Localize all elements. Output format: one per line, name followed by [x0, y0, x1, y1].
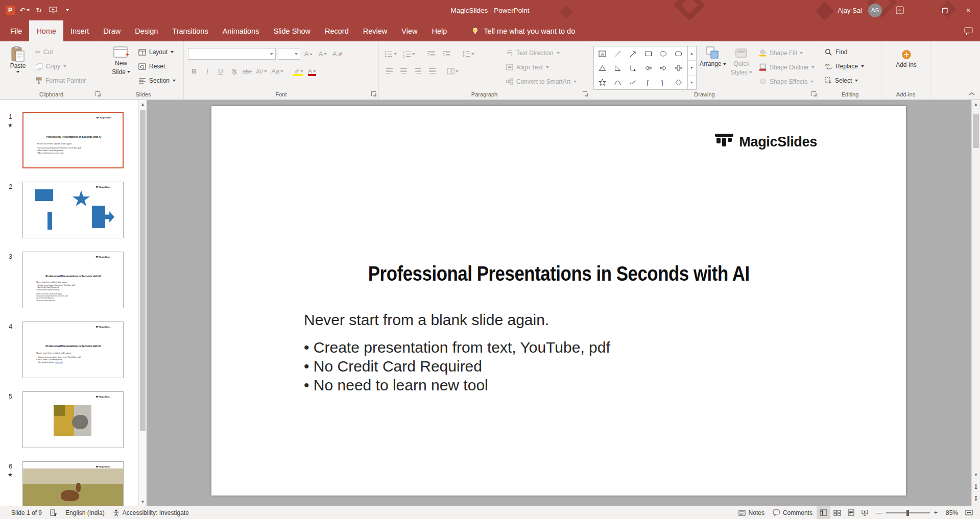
decrease-indent-button[interactable] [425, 48, 437, 60]
shape-outline-button[interactable]: Shape Outline [757, 61, 817, 73]
customize-qat-button[interactable] [61, 4, 74, 17]
text-shadow-button[interactable]: S [228, 65, 240, 77]
oval-shape[interactable] [659, 50, 667, 58]
quick-styles-button[interactable]: QuickStyles [727, 43, 756, 88]
arrange-button[interactable]: Arrange [699, 43, 727, 88]
scrollbar-thumb[interactable] [140, 110, 146, 431]
start-slideshow-button[interactable] [47, 4, 59, 17]
align-left-button[interactable] [383, 65, 395, 77]
normal-view-button[interactable] [817, 506, 830, 519]
avatar[interactable]: AS [868, 4, 882, 17]
fit-slide-to-window-button[interactable] [962, 506, 976, 519]
line-shape[interactable] [614, 50, 622, 58]
tab-file[interactable]: File [3, 20, 29, 41]
zoom-slider[interactable] [886, 512, 930, 513]
font-name-combobox[interactable] [188, 48, 276, 60]
slide-sorter-view-button[interactable] [830, 506, 844, 519]
plus-shape[interactable] [675, 64, 682, 72]
close-button[interactable]: × [957, 0, 980, 20]
scribble-shape[interactable] [629, 79, 637, 86]
justify-button[interactable] [426, 65, 438, 77]
add-ins-button[interactable]: Add-ins [892, 43, 921, 88]
layout-button[interactable]: Layout [136, 46, 178, 58]
right-triangle-shape[interactable] [614, 64, 622, 72]
font-color-button[interactable]: A [306, 65, 318, 77]
zoom-slider-thumb[interactable] [906, 510, 909, 516]
ribbon-display-options-button[interactable] [890, 0, 910, 20]
strikethrough-button[interactable]: abe [241, 65, 253, 77]
zoom-level-button[interactable]: 85% [942, 506, 962, 519]
text-direction-button[interactable]: Text Direction [504, 46, 579, 59]
star-shape-icon[interactable] [599, 79, 606, 86]
tab-slideshow[interactable]: Slide Show [266, 20, 318, 41]
text-box-shape[interactable]: A [599, 50, 606, 58]
language-status-button[interactable]: English (India) [61, 506, 109, 519]
line-arrow-shape[interactable] [629, 50, 637, 58]
numbering-button[interactable]: 123 [401, 48, 417, 60]
slide-thumbnail-1[interactable]: MagicSlides Professional Presentations i… [22, 112, 124, 168]
next-slide-button[interactable]: ▼▼ [972, 494, 980, 503]
shapes-scroll-down[interactable]: ▼ [688, 61, 696, 75]
left-brace-shape[interactable]: { [644, 79, 652, 86]
italic-button[interactable]: I [201, 65, 213, 77]
undo-button[interactable]: ↶ [18, 4, 31, 17]
align-center-button[interactable] [397, 65, 410, 77]
left-arrow-shape[interactable] [644, 64, 652, 72]
curve-shape[interactable] [614, 79, 622, 86]
account-name[interactable]: Ajay Sai [838, 7, 862, 14]
rectangle-shape[interactable] [644, 50, 652, 58]
tab-help[interactable]: Help [424, 20, 454, 41]
underline-button[interactable]: U [214, 65, 227, 77]
scroll-up-arrow[interactable]: ▲ [139, 100, 147, 108]
reset-button[interactable]: Reset [136, 60, 178, 72]
slide-thumbnail-5[interactable]: MagicSlides [22, 391, 124, 448]
find-button[interactable]: Find [822, 46, 867, 58]
scrollbar-thumb[interactable] [973, 114, 979, 148]
scroll-down-arrow[interactable]: ▼ [972, 471, 980, 479]
new-slide-button[interactable]: NewSlide [106, 43, 136, 88]
shapes-scroll-up[interactable]: ▲ [688, 46, 696, 61]
font-dialog-launcher[interactable] [371, 91, 376, 96]
tab-draw[interactable]: Draw [96, 20, 128, 41]
slide-thumbnail-6[interactable]: MagicSlides [22, 461, 124, 506]
proofing-status-button[interactable] [46, 506, 61, 519]
increase-indent-button[interactable] [440, 48, 452, 60]
paragraph-dialog-launcher[interactable] [583, 91, 587, 96]
collapse-ribbon-button[interactable] [969, 92, 975, 95]
character-spacing-button[interactable]: AV [254, 65, 269, 77]
tab-insert[interactable]: Insert [63, 20, 96, 41]
align-text-button[interactable]: Align Text [504, 61, 579, 73]
zoom-out-button[interactable]: — [876, 509, 882, 516]
rounded-rectangle-shape[interactable] [675, 50, 682, 58]
share-comments-area[interactable] [964, 20, 980, 41]
shape-fill-button[interactable]: Shape Fill [757, 46, 817, 59]
scroll-up-arrow[interactable]: ▲ [972, 100, 980, 108]
tell-me-box[interactable]: Tell me what you want to do [471, 20, 575, 41]
clear-formatting-button[interactable]: A [331, 48, 344, 60]
align-right-button[interactable] [412, 65, 424, 77]
thumbnail-scrollbar[interactable]: ▲ ▼ [138, 100, 147, 506]
diamond-shape[interactable] [675, 79, 682, 86]
section-button[interactable]: Section [136, 75, 178, 87]
cut-button[interactable]: ✂Cut [33, 46, 88, 58]
replace-button[interactable]: ab Replace [822, 60, 867, 72]
comments-button[interactable]: Comments [769, 506, 817, 519]
format-painter-button[interactable]: Format Painter [33, 75, 88, 87]
select-button[interactable]: Select [822, 75, 867, 87]
paste-button[interactable]: Paste [3, 43, 33, 88]
accessibility-status-button[interactable]: Accessibility: Investigate [109, 506, 193, 519]
text-highlight-color-button[interactable] [291, 65, 305, 77]
increase-font-size-button[interactable]: A [302, 48, 315, 60]
tab-view[interactable]: View [394, 20, 424, 41]
slideshow-view-button[interactable] [858, 506, 872, 519]
slide-thumbnail-2[interactable]: MagicSlides [22, 182, 124, 238]
slide-thumbnail-4[interactable]: MagicSlides Professional Presentations i… [22, 322, 124, 378]
slide-canvas[interactable]: MagicSlides Professional Presentations i… [211, 106, 906, 496]
notes-button[interactable]: Notes [734, 506, 769, 519]
scroll-down-arrow[interactable]: ▼ [139, 498, 147, 506]
clipboard-dialog-launcher[interactable] [95, 91, 100, 96]
shape-effects-button[interactable]: Shape Effects [757, 75, 817, 88]
right-arrow-shape[interactable] [659, 64, 667, 72]
bold-button[interactable]: B [188, 65, 200, 77]
minimize-button[interactable]: — [910, 0, 933, 20]
